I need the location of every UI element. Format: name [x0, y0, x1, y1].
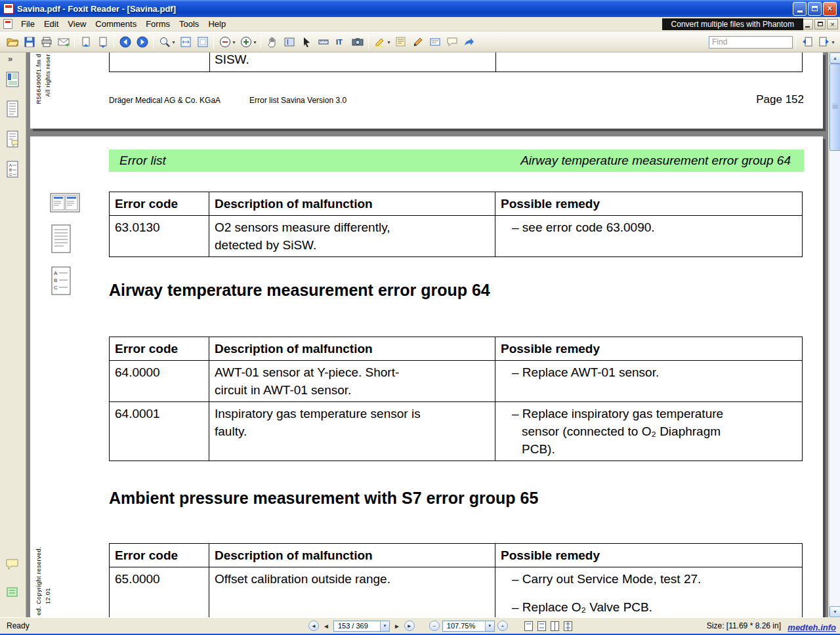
- page-footer: Dräger Medical AG & Co. KGaA Error list …: [109, 93, 804, 106]
- document-area[interactable]: R5664900f1.fm d All rights reser SISW. D…: [26, 52, 828, 617]
- svg-text:C: C: [9, 173, 12, 176]
- zoom-dropdown-icon[interactable]: ▼: [485, 621, 494, 631]
- zoom-level-field[interactable]: 107.75% ▼: [442, 621, 495, 632]
- abc-list-icon: ABC: [51, 266, 71, 298]
- next-view-button[interactable]: [134, 34, 150, 51]
- find-previous-button[interactable]: [799, 34, 815, 51]
- page-down-button[interactable]: [94, 34, 111, 51]
- phantom-ad-banner[interactable]: Convert multiple files with Phantom: [662, 18, 803, 30]
- zoom-out-dropdown[interactable]: ▼: [232, 40, 237, 45]
- restore-button[interactable]: [808, 2, 822, 16]
- continuous-facing-layout-button[interactable]: [564, 621, 572, 631]
- table-header-row: Error code Description of malfunction Po…: [110, 544, 803, 567]
- highlighter-dropdown[interactable]: ▼: [387, 40, 392, 45]
- mdi-close-button[interactable]: ×: [827, 19, 838, 30]
- remedy-line: sensor (connected to O₂ Diaphragm: [501, 422, 797, 440]
- attachments-panel-button[interactable]: ABC: [5, 160, 20, 181]
- pdf-page-152: R5664900f1.fm d All rights reser SISW. D…: [30, 52, 823, 129]
- select-text-button[interactable]: I: [281, 34, 297, 51]
- hand-tool-button[interactable]: [264, 34, 280, 51]
- svg-text:B: B: [9, 168, 12, 172]
- first-page-button[interactable]: ◄: [308, 621, 319, 631]
- comments-panel-button[interactable]: [5, 130, 20, 151]
- print-button[interactable]: [38, 34, 54, 51]
- scrollbar-thumb[interactable]: [830, 64, 840, 151]
- pages-panel-button[interactable]: [5, 100, 20, 121]
- remedy-line: – Replace AWT-01 sensor.: [501, 363, 797, 381]
- page-dropdown-icon[interactable]: ▼: [380, 621, 389, 631]
- status-bar: Ready ◄ ◄ 153 / 369 ▼ ► ► − 107.75% ▼ + …: [0, 617, 840, 634]
- find-input[interactable]: [709, 36, 793, 49]
- continuous-layout-button[interactable]: [537, 621, 546, 631]
- facing-layout-button[interactable]: [551, 621, 559, 631]
- find-next-button[interactable]: [816, 34, 832, 51]
- typewriter-button[interactable]: IT: [332, 34, 348, 51]
- select-annotation-button[interactable]: [298, 34, 314, 51]
- next-page-button[interactable]: ►: [392, 623, 402, 630]
- page-size-info: Size: [11.69 * 8.26 in]: [707, 621, 781, 630]
- zoom-in-status-button[interactable]: +: [497, 621, 508, 631]
- zoom-out-button[interactable]: [217, 34, 233, 51]
- menu-forms[interactable]: Forms: [141, 18, 175, 30]
- zoom-level: 107.75%: [443, 622, 479, 630]
- description-line: faulty.: [215, 422, 490, 440]
- pdf-page-153: Error list Airway temperature measuremen…: [30, 136, 823, 617]
- single-page-layout-button[interactable]: [524, 621, 533, 631]
- pencil-button[interactable]: [410, 34, 426, 51]
- bookmarks-panel-button[interactable]: [5, 71, 20, 91]
- description-line: circuit in AWT-01 sensor.: [215, 381, 490, 399]
- note-button[interactable]: [392, 34, 409, 51]
- footer-doc-title: Error list Savina Version 3.0: [249, 96, 346, 105]
- menu-edit[interactable]: Edit: [39, 18, 63, 30]
- description-line: Offset calibration outside range.: [215, 570, 490, 588]
- last-page-button[interactable]: ►: [404, 621, 415, 631]
- menu-file[interactable]: File: [16, 18, 39, 30]
- open-button[interactable]: [4, 34, 20, 51]
- zoom-out-status-button[interactable]: −: [429, 621, 440, 631]
- previous-page-button[interactable]: ◄: [322, 623, 331, 630]
- menu-help[interactable]: Help: [203, 18, 230, 30]
- zoom-tool-button[interactable]: [156, 34, 173, 51]
- page-up-button[interactable]: [77, 34, 94, 51]
- menu-comments[interactable]: Comments: [91, 18, 141, 30]
- close-button[interactable]: ×: [823, 2, 837, 16]
- margin-rights-text: All rights reser: [45, 54, 51, 97]
- scroll-up-button[interactable]: ▲: [830, 52, 840, 64]
- svg-text:IT: IT: [336, 38, 343, 46]
- col-error-code: Error code: [110, 192, 209, 216]
- scroll-down-button[interactable]: ▼: [830, 606, 840, 617]
- menu-tools[interactable]: Tools: [175, 18, 203, 30]
- highlighter-button[interactable]: [371, 34, 388, 51]
- table-row: 64.0000 AWT-01 sensor at Y-piece. Short-…: [110, 361, 803, 402]
- previous-view-button[interactable]: [117, 34, 133, 51]
- svg-text:C: C: [54, 285, 58, 291]
- note-tool-button[interactable]: [5, 558, 20, 575]
- page-number-field[interactable]: 153 / 369 ▼: [333, 621, 390, 632]
- measure-button[interactable]: [315, 34, 331, 51]
- mdi-minimize-button[interactable]: [802, 19, 813, 30]
- save-button[interactable]: [21, 34, 37, 51]
- document-icon[interactable]: [3, 19, 12, 29]
- send-button[interactable]: [461, 34, 477, 51]
- comment-button[interactable]: [444, 34, 460, 51]
- remedy-line: – Replace inspiratory gas temperature: [501, 405, 797, 422]
- minimize-button[interactable]: [793, 2, 807, 16]
- snapshot-button[interactable]: [349, 34, 366, 51]
- footer-page-number: Page 152: [756, 93, 804, 106]
- vertical-scrollbar[interactable]: ▲ ▼: [829, 52, 840, 617]
- margin-filename-text: R5664900f1.fm d: [35, 54, 42, 104]
- email-button[interactable]: [55, 34, 72, 51]
- find-options-dropdown[interactable]: ▼: [831, 40, 836, 45]
- section-header-right: Airway temperature measurement error gro…: [520, 154, 791, 168]
- menu-view[interactable]: View: [63, 18, 91, 30]
- fit-width-button[interactable]: [177, 34, 194, 51]
- stamp-tool-button[interactable]: [5, 585, 20, 602]
- col-description: Description of malfunction: [209, 192, 495, 216]
- mdi-restore-button[interactable]: [814, 19, 826, 30]
- zoom-tool-dropdown[interactable]: ▼: [171, 40, 177, 45]
- panel-collapse-button[interactable]: »: [8, 54, 12, 64]
- zoom-in-dropdown[interactable]: ▼: [253, 40, 258, 45]
- zoom-in-button[interactable]: [238, 34, 254, 51]
- fit-page-button[interactable]: [194, 34, 211, 51]
- textbox-button[interactable]: [427, 34, 443, 51]
